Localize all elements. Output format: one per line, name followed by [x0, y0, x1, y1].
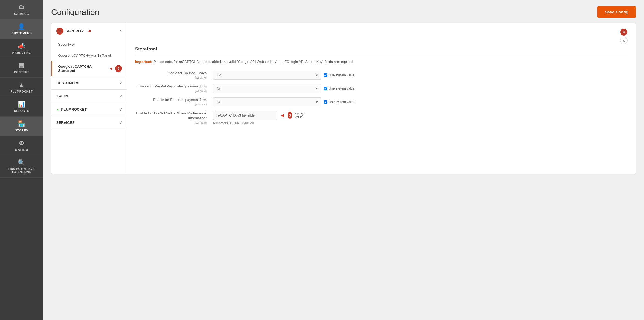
reports-icon: 📊	[18, 101, 25, 108]
sidebar: 🗂 CATALOG 👤 CUSTOMERS 📣 MARKETING ▦ CONT…	[0, 0, 43, 320]
config-row-do-not-sell: Enable for "Do Not Sell or Share My Pers…	[135, 111, 628, 125]
sidebar-item-label: SYSTEM	[15, 148, 28, 151]
save-config-button[interactable]: Save Config	[597, 6, 636, 18]
paypal-input: No ▼	[213, 84, 321, 93]
coupon-codes-checkbox[interactable]	[324, 73, 327, 77]
config-row-coupon-codes: Enable for Coupon Codes [website] No ▼ U…	[135, 71, 628, 80]
config-section-customers: CUSTOMERS ∨	[51, 76, 127, 90]
sales-section-header[interactable]: SALES ∨	[51, 90, 127, 103]
braintree-check: Use system value	[324, 100, 367, 104]
config-nav-security-txt[interactable]: Security.txt	[51, 39, 127, 50]
sidebar-item-find-partners[interactable]: 🔍 FIND PARTNERS & EXTENSIONS	[0, 155, 43, 178]
sidebar-item-label: PLUMROCKET	[11, 90, 33, 93]
sidebar-item-label: FIND PARTNERS & EXTENSIONS	[2, 168, 41, 173]
plumrocket-section-header[interactable]: ▲ PLUMROCKET ∨	[51, 103, 127, 116]
sidebar-item-reports[interactable]: 📊 REPORTS	[0, 97, 43, 117]
coupon-codes-check: Use system value	[324, 73, 367, 77]
catalog-icon: 🗂	[19, 4, 25, 11]
config-section-services: SERVICES ∨	[51, 116, 127, 129]
coupon-codes-select[interactable]: No	[213, 71, 321, 80]
use-system-value-label: Use system value	[329, 73, 354, 77]
config-sidebar: 1 SECURITY ◄ ∧ Security.txt Google reCAP…	[51, 23, 127, 174]
config-main: 4 ∧ Storefront Important: Please note, f…	[127, 23, 636, 174]
find-partners-icon: 🔍	[18, 159, 25, 166]
annotation-badge-1: 1	[56, 28, 63, 35]
paypal-check: Use system value	[324, 87, 367, 90]
customers-icon: 👤	[18, 23, 25, 30]
security-section-content: Security.txt Google reCAPTCHA Admin Pane…	[51, 39, 127, 76]
chevron-up-icon: ∧	[119, 29, 122, 33]
sidebar-item-plumrocket[interactable]: ▲ PLUMROCKET	[0, 78, 43, 97]
important-notice: Important: Please note, for reCAPTCHA to…	[135, 59, 628, 65]
use-system-value-label-3: Use system value	[329, 100, 354, 104]
customers-section-header[interactable]: CUSTOMERS ∨	[51, 76, 127, 89]
plumrocket-triangle-icon: ▲	[56, 107, 60, 111]
marketing-icon: 📣	[18, 43, 25, 50]
sidebar-item-label: MARKETING	[12, 51, 31, 54]
config-row-braintree: Enable for Braintree payment form [websi…	[135, 97, 628, 107]
sidebar-item-label: STORES	[15, 129, 28, 132]
sidebar-item-system[interactable]: ⚙ SYSTEM	[0, 136, 43, 155]
sidebar-item-customers[interactable]: 👤 CUSTOMERS	[0, 19, 43, 39]
braintree-label: Enable for Braintree payment form [websi…	[135, 97, 211, 107]
paypal-label: Enable for PayPal PayflowPro payment for…	[135, 84, 211, 93]
paypal-checkbox[interactable]	[324, 87, 327, 90]
chevron-down-icon-sales: ∨	[119, 94, 122, 98]
chevron-down-icon-services: ∨	[119, 120, 122, 125]
chevron-down-icon-customers: ∨	[119, 81, 122, 85]
do-not-sell-select[interactable]: reCAPTCHA v3 Invisible No Yes reCAPTCHA …	[213, 111, 277, 120]
chevron-down-icon-plumrocket: ∨	[119, 107, 122, 111]
config-nav-google-recaptcha-storefront[interactable]: Google reCAPTCHA Storefront ◄ 2	[51, 61, 127, 76]
do-not-sell-input: reCAPTCHA v3 Invisible No Yes reCAPTCHA …	[213, 111, 307, 120]
system-value-text: system value	[295, 111, 307, 119]
sidebar-item-catalog[interactable]: 🗂 CATALOG	[0, 0, 43, 19]
content-icon: ▦	[19, 62, 25, 69]
config-section-plumrocket: ▲ PLUMROCKET ∨	[51, 103, 127, 116]
config-row-paypal: Enable for PayPal PayflowPro payment for…	[135, 84, 628, 93]
header-row: Configuration Save Config	[51, 6, 636, 18]
sidebar-item-stores[interactable]: 🏪 STORES	[0, 117, 43, 136]
do-not-sell-label: Enable for "Do Not Sell or Share My Pers…	[135, 111, 211, 125]
braintree-select[interactable]: No	[213, 97, 321, 106]
top-right-collapse: 4 ∧	[135, 29, 628, 44]
config-section-sales: SALES ∨	[51, 90, 127, 103]
ccpa-note: Plumrocket CCPA Extension	[213, 121, 307, 125]
plumrocket-icon: ▲	[19, 81, 25, 88]
braintree-checkbox[interactable]	[324, 100, 327, 104]
system-icon: ⚙	[19, 140, 25, 147]
sidebar-item-label: REPORTS	[14, 109, 29, 113]
annotation-badge-3: 3	[288, 112, 292, 119]
services-section-header[interactable]: SERVICES ∨	[51, 116, 127, 129]
config-section-security: 1 SECURITY ◄ ∧ Security.txt Google reCAP…	[51, 23, 127, 76]
arrow-annotation-3-icon: ◄	[280, 112, 285, 118]
config-nav-google-recaptcha-admin[interactable]: Google reCAPTCHA Admin Panel	[51, 50, 127, 61]
main-content: Configuration Save Config 1 SECURITY ◄ ∧…	[43, 0, 644, 320]
arrow-left-icon: ◄	[87, 29, 91, 33]
page-title: Configuration	[51, 8, 99, 17]
use-system-value-label-2: Use system value	[329, 87, 354, 90]
content-panel: 1 SECURITY ◄ ∧ Security.txt Google reCAP…	[51, 23, 636, 174]
paypal-select[interactable]: No	[213, 84, 321, 93]
arrow-left-2-icon: ◄	[109, 66, 113, 71]
sidebar-item-label: CONTENT	[14, 70, 29, 74]
collapse-section-button[interactable]: ∧	[620, 37, 628, 44]
sidebar-item-marketing[interactable]: 📣 MARKETING	[0, 39, 43, 58]
important-text: Please note, for reCAPTCHA to be enabled…	[153, 60, 354, 64]
annotation-badge-2: 2	[115, 65, 122, 72]
braintree-input: No ▼	[213, 97, 321, 106]
sidebar-item-label: CUSTOMERS	[12, 32, 32, 35]
coupon-codes-input: No ▼	[213, 71, 321, 80]
important-label: Important:	[135, 60, 152, 64]
annotation-badge-4: 4	[620, 29, 627, 36]
security-section-label: 1 SECURITY ◄	[56, 28, 91, 35]
storefront-section-title: Storefront	[135, 46, 628, 55]
sidebar-item-label: CATALOG	[14, 12, 29, 15]
sidebar-item-content[interactable]: ▦ CONTENT	[0, 58, 43, 78]
security-section-header[interactable]: 1 SECURITY ◄ ∧	[51, 23, 127, 39]
coupon-codes-label: Enable for Coupon Codes [website]	[135, 71, 211, 80]
stores-icon: 🏪	[18, 120, 25, 127]
